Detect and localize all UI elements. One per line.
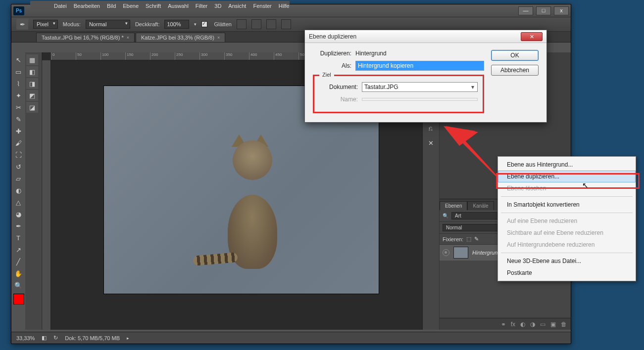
fx-icon[interactable]: fx bbox=[511, 321, 515, 328]
ctx-separator bbox=[501, 196, 633, 197]
status-icon: ◧ bbox=[42, 335, 47, 341]
aux-icon[interactable]: ◩ bbox=[26, 90, 38, 101]
mask-icon[interactable]: ◐ bbox=[520, 321, 525, 328]
visibility-icon[interactable] bbox=[443, 249, 449, 256]
aux-icon[interactable]: ◧ bbox=[26, 66, 38, 77]
modus-dropdown[interactable]: Normal bbox=[86, 20, 130, 29]
aux-icon[interactable]: ▦ bbox=[26, 54, 38, 65]
heal-tool-icon[interactable]: ✚ bbox=[12, 126, 24, 136]
opt-icon-1[interactable] bbox=[237, 19, 247, 29]
dokument-select[interactable]: Tastatur.JPG bbox=[362, 82, 478, 92]
newlayer-icon[interactable]: ▣ bbox=[550, 321, 556, 328]
ps-logo-icon: Ps bbox=[13, 6, 24, 15]
folder-icon[interactable]: ▭ bbox=[540, 321, 545, 328]
wand-tool-icon[interactable]: ✦ bbox=[12, 90, 24, 101]
als-input[interactable]: Hintergrund kopieren bbox=[355, 61, 484, 71]
opt-icon-4[interactable] bbox=[281, 19, 291, 29]
doc-size-display: Dok: 5,70 MB/5,70 MB bbox=[65, 335, 120, 341]
pen-tool-icon[interactable]: ✒ bbox=[12, 220, 24, 231]
eyedropper-tool-icon[interactable]: ✎ bbox=[12, 114, 24, 125]
lock-icon[interactable]: ✎ bbox=[474, 236, 479, 242]
blur-tool-icon[interactable]: △ bbox=[12, 197, 24, 208]
trash-icon[interactable]: 🗑 bbox=[561, 321, 567, 328]
menu-auswahl[interactable]: Auswahl bbox=[168, 3, 189, 9]
doc-tab-katze[interactable]: Katze.JPG bei 33,3% (RGB/8) × bbox=[136, 33, 225, 42]
tab-kanaele[interactable]: Kanäle bbox=[467, 201, 494, 210]
dup-label: Duplizieren: bbox=[313, 50, 351, 57]
active-tool-icon[interactable]: ✒ bbox=[16, 19, 28, 30]
als-label: Als: bbox=[313, 62, 351, 69]
move-tool-icon[interactable]: ↖ bbox=[12, 54, 24, 65]
cancel-button[interactable]: Abbrechen bbox=[491, 65, 539, 76]
window-minimize-button[interactable]: — bbox=[518, 6, 533, 15]
line-tool-icon[interactable]: ╱ bbox=[12, 256, 24, 267]
window-maximize-button[interactable]: □ bbox=[536, 6, 551, 15]
style2-icon[interactable]: ⎌ bbox=[425, 123, 437, 134]
doc-tab-tastatur[interactable]: Tastatur.JPG bei 16,7% (RGB/8) * × bbox=[36, 33, 135, 42]
link-icon[interactable]: ⚭ bbox=[501, 321, 506, 328]
aux-icon[interactable]: ◨ bbox=[26, 78, 38, 89]
dialog-close-button[interactable]: ✕ bbox=[521, 32, 543, 41]
brush-tool-icon[interactable]: 🖌 bbox=[12, 137, 24, 148]
menu-3d[interactable]: 3D bbox=[214, 3, 221, 9]
close-tab-icon[interactable]: × bbox=[217, 35, 220, 40]
ctx-smartobjekt[interactable]: In Smartobjekt konvertieren bbox=[498, 199, 636, 211]
zoom-display[interactable]: 33,33% bbox=[16, 335, 35, 341]
menu-filter[interactable]: Filter bbox=[196, 3, 207, 9]
modus-label: Modus: bbox=[63, 21, 81, 27]
ruler-tick: 400 bbox=[249, 52, 274, 60]
ruler-tick: 50 bbox=[76, 52, 100, 60]
ctx-postkarte[interactable]: Postkarte bbox=[498, 267, 636, 279]
hand-tool-icon[interactable]: ✋ bbox=[12, 268, 24, 279]
opt-icon-3[interactable] bbox=[266, 19, 276, 29]
zoom-tool-icon[interactable]: 🔍 bbox=[12, 280, 24, 291]
history-brush-icon[interactable]: ↺ bbox=[12, 161, 24, 172]
deckkraft-input[interactable]: 100% bbox=[164, 20, 189, 29]
dodge-tool-icon[interactable]: ◕ bbox=[12, 209, 24, 219]
menu-hilfe[interactable]: Hilfe bbox=[279, 3, 290, 9]
lock-icon[interactable]: ⬚ bbox=[466, 236, 471, 242]
adjust-icon[interactable]: ◑ bbox=[530, 321, 535, 328]
left-toolbox: ↖ ▭ ⌇ ✦ ✂ ✎ ✚ 🖌 ⛶ ↺ ▱ ◐ △ ◕ ✒ T ↗ ╱ ✋ 🔍 bbox=[11, 52, 42, 330]
crop-tool-icon[interactable]: ✂ bbox=[12, 102, 24, 113]
gradient-tool-icon[interactable]: ◐ bbox=[12, 185, 24, 196]
pixel-dropdown[interactable]: Pixel bbox=[33, 20, 58, 29]
eraser-tool-icon[interactable]: ▱ bbox=[12, 173, 24, 184]
dialog-titlebar[interactable]: Ebene duplizieren ✕ bbox=[305, 30, 546, 43]
type-tool-icon[interactable]: T bbox=[12, 232, 24, 243]
opt-icon-2[interactable] bbox=[251, 19, 261, 29]
menu-bild[interactable]: Bild bbox=[107, 3, 116, 9]
menu-schrift[interactable]: Schrift bbox=[146, 3, 161, 9]
ruler-tick: 100 bbox=[100, 52, 125, 60]
aux-icon[interactable]: ◪ bbox=[26, 102, 38, 113]
lasso-tool-icon[interactable]: ⌇ bbox=[12, 78, 24, 89]
menu-fenster[interactable]: Fenster bbox=[253, 3, 271, 9]
menu-ebene[interactable]: Ebene bbox=[123, 3, 139, 9]
stamp-tool-icon[interactable]: ⛶ bbox=[12, 149, 24, 160]
marquee-tool-icon[interactable]: ▭ bbox=[12, 66, 24, 77]
menu-datei[interactable]: Datei bbox=[54, 3, 67, 9]
menu-ansicht[interactable]: Ansicht bbox=[228, 3, 246, 9]
deckkraft-label: Deckkraft: bbox=[135, 21, 160, 27]
tool-column-2: ▦ ◧ ◨ ◩ ◪ bbox=[25, 52, 41, 330]
glaetten-checkbox[interactable] bbox=[201, 21, 207, 27]
ctx-3d-ebene[interactable]: Neue 3D-Ebene aus Datei... bbox=[498, 255, 636, 267]
ziel-legend: Ziel bbox=[319, 72, 334, 78]
path-select-icon[interactable]: ↗ bbox=[12, 244, 24, 255]
ctx-ebene-aus-hintergrund[interactable]: Ebene aus Hintergrund... bbox=[498, 159, 636, 171]
cat-graphic bbox=[213, 126, 292, 269]
tools-icon[interactable]: ✕ bbox=[425, 137, 437, 149]
name-input bbox=[362, 98, 478, 101]
layer-name: Hintergrund bbox=[472, 250, 500, 256]
glaetten-label: Glätten bbox=[214, 21, 231, 27]
tab-ebenen[interactable]: Ebenen bbox=[440, 201, 467, 210]
menu-bearbeiten[interactable]: Bearbeiten bbox=[74, 3, 100, 9]
ruler-tick: 300 bbox=[199, 52, 224, 60]
ctx-ebene-duplizieren[interactable]: Ebene duplizieren... bbox=[498, 171, 636, 182]
ziel-fieldset: Ziel Dokument: Tastatur.JPG Name: bbox=[313, 75, 484, 113]
foreground-color-swatch[interactable] bbox=[13, 294, 24, 305]
status-bar: 33,33% ◧ ↻ Dok: 5,70 MB/5,70 MB ▸ bbox=[11, 332, 571, 344]
close-tab-icon[interactable]: × bbox=[127, 35, 129, 40]
ok-button[interactable]: OK bbox=[491, 50, 539, 61]
window-close-button[interactable]: x bbox=[554, 6, 569, 15]
